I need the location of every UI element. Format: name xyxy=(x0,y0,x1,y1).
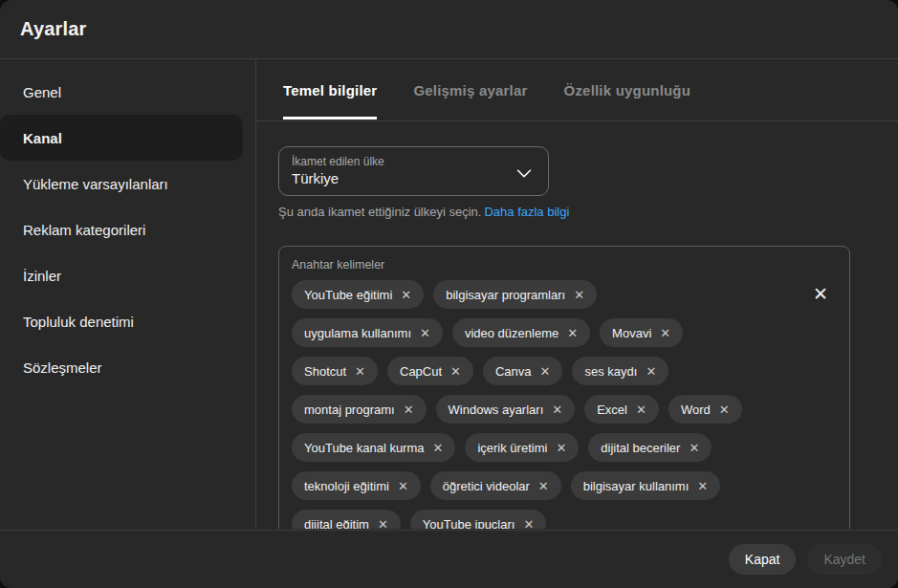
keyword-chip-label: YouTube kanal kurma xyxy=(304,441,425,455)
sidebar-item-kanal[interactable]: Kanal xyxy=(0,115,243,161)
keyword-row: dijital eğitim✕YouTube ipuçları✕ xyxy=(292,510,837,529)
remove-keyword-icon[interactable]: ✕ xyxy=(660,327,670,339)
sidebar-item-label: Sözleşmeler xyxy=(23,359,102,376)
keyword-chip[interactable]: Canva✕ xyxy=(483,357,562,385)
keyword-chip-label: dijital beceriler xyxy=(601,441,680,455)
country-select-value: Türkiye xyxy=(292,168,510,189)
learn-more-link[interactable]: Daha fazla bilgi xyxy=(484,205,569,219)
keyword-chip-label: YouTube eğitimi xyxy=(304,288,392,302)
settings-dialog: Ayarlar GenelKanalYükleme varsayılanları… xyxy=(0,0,898,588)
keyword-row: montaj programı✕Windows ayarları✕Excel✕W… xyxy=(292,395,837,424)
sidebar-list: GenelKanalYükleme varsayılanlarıReklam k… xyxy=(0,69,255,390)
keyword-chip[interactable]: Excel✕ xyxy=(584,395,659,424)
main-panel: Temel bilgilerGelişmiş ayarlarÖzellik uy… xyxy=(256,59,898,529)
keyword-chip-label: içerik üretimi xyxy=(477,441,547,455)
keyword-chip[interactable]: CapCut✕ xyxy=(387,357,473,385)
keyword-chip[interactable]: Shotcut✕ xyxy=(292,357,378,385)
keyword-chip-label: bilgisayar programları xyxy=(446,288,565,302)
sidebar-item-label: Reklam kategorileri xyxy=(23,222,145,238)
keyword-row: uygulama kullanımı✕video düzenleme✕Movav… xyxy=(292,318,837,347)
keyword-chip[interactable]: dijital beceriler✕ xyxy=(588,433,712,462)
tab-label: Temel bilgiler xyxy=(283,82,377,98)
remove-keyword-icon[interactable]: ✕ xyxy=(556,442,566,454)
keyword-chip[interactable]: video düzenleme✕ xyxy=(452,318,590,347)
remove-keyword-icon[interactable]: ✕ xyxy=(697,480,708,492)
keyword-chip[interactable]: Word✕ xyxy=(668,395,742,424)
remove-keyword-icon[interactable]: ✕ xyxy=(401,289,411,301)
keyword-chip[interactable]: bilgisayar programları✕ xyxy=(433,280,597,309)
keyword-chip-label: öğretici videolar xyxy=(443,479,530,493)
keyword-chip-label: CapCut xyxy=(400,364,442,379)
keyword-chip[interactable]: uygulama kullanımı✕ xyxy=(292,318,443,347)
tab-label: Gelişmiş ayarlar xyxy=(413,82,527,98)
sidebar-item-topluluk-denetimi[interactable]: Topluluk denetimi xyxy=(0,298,243,344)
dialog-body: GenelKanalYükleme varsayılanlarıReklam k… xyxy=(0,59,898,529)
remove-keyword-icon[interactable]: ✕ xyxy=(420,327,430,339)
keyword-chip-label: Canva xyxy=(495,364,532,379)
keyword-chip-label: video düzenleme xyxy=(465,326,559,340)
keyword-chip-label: Movavi xyxy=(612,326,651,340)
sidebar-item-yükleme-varsayılanları[interactable]: Yükleme varsayılanları xyxy=(0,161,243,207)
tab-özellik-uygunluğu[interactable]: Özellik uygunluğu xyxy=(564,59,691,120)
remove-keyword-icon[interactable]: ✕ xyxy=(398,480,408,492)
remove-keyword-icon[interactable]: ✕ xyxy=(719,403,730,416)
keywords-field[interactable]: Anahtar kelimeler YouTube eğitimi✕bilgis… xyxy=(278,246,850,529)
save-button[interactable]: Kaydet xyxy=(807,544,882,575)
remove-keyword-icon[interactable]: ✕ xyxy=(574,289,584,301)
keyword-chip-label: dijital eğitim xyxy=(304,517,369,530)
remove-keyword-icon[interactable]: ✕ xyxy=(646,365,656,378)
keyword-chip[interactable]: teknoloji eğitimi✕ xyxy=(292,471,421,500)
keyword-chip-label: Word xyxy=(681,403,711,417)
sidebar-item-label: Yükleme varsayılanları xyxy=(23,176,168,192)
keyword-chip-label: uygulama kullanımı xyxy=(304,326,411,340)
clear-keywords-icon[interactable]: ✕ xyxy=(813,285,828,303)
keyword-chip[interactable]: montaj programı✕ xyxy=(292,395,427,424)
dialog-footer: Kapat Kaydet xyxy=(0,530,898,588)
sidebar-item-label: Topluluk denetimi xyxy=(23,314,134,330)
keyword-chip[interactable]: öğretici videolar✕ xyxy=(430,471,561,500)
helper-text: Şu anda ikamet ettiğiniz ülkeyi seçin. xyxy=(278,205,481,219)
sidebar-item-label: Genel xyxy=(23,84,61,100)
sidebar-item-sözleşmeler[interactable]: Sözleşmeler xyxy=(0,344,243,390)
close-button[interactable]: Kapat xyxy=(729,544,797,575)
keyword-row: teknoloji eğitimi✕öğretici videolar✕bilg… xyxy=(292,471,837,500)
sidebar-item-reklam-kategorileri[interactable]: Reklam kategorileri xyxy=(0,207,243,252)
keyword-chip[interactable]: ses kaydı✕ xyxy=(572,357,668,385)
tab-content: İkamet edilen ülke Türkiye Şu anda ikame… xyxy=(256,121,898,529)
remove-keyword-icon[interactable]: ✕ xyxy=(567,327,578,339)
remove-keyword-icon[interactable]: ✕ xyxy=(552,403,562,416)
tab-temel-bilgiler[interactable]: Temel bilgiler xyxy=(283,59,377,120)
remove-keyword-icon[interactable]: ✕ xyxy=(636,403,646,416)
country-select[interactable]: İkamet edilen ülke Türkiye xyxy=(278,146,549,196)
keyword-chip[interactable]: Movavi✕ xyxy=(600,318,683,347)
keyword-chip-label: bilgisayar kullanımı xyxy=(583,479,690,493)
remove-keyword-icon[interactable]: ✕ xyxy=(523,518,534,530)
sidebar-item-label: İzinler xyxy=(23,268,61,284)
keyword-chip[interactable]: bilgisayar kullanımı✕ xyxy=(571,471,720,500)
sidebar-item-i̇zinler[interactable]: İzinler xyxy=(0,252,243,298)
keyword-chip[interactable]: Windows ayarları✕ xyxy=(436,395,576,424)
keyword-chip-label: montaj programı xyxy=(304,403,395,417)
sidebar-item-genel[interactable]: Genel xyxy=(0,69,243,115)
remove-keyword-icon[interactable]: ✕ xyxy=(378,518,388,530)
remove-keyword-icon[interactable]: ✕ xyxy=(538,480,549,492)
sidebar-item-label: Kanal xyxy=(23,130,62,146)
keyword-chip-label: YouTube ipuçları xyxy=(423,517,515,530)
page-title: Ayarlar xyxy=(20,18,87,40)
remove-keyword-icon[interactable]: ✕ xyxy=(433,442,444,454)
remove-keyword-icon[interactable]: ✕ xyxy=(404,403,414,416)
keyword-chip-label: Shotcut xyxy=(304,364,346,379)
tab-gelişmiş-ayarlar[interactable]: Gelişmiş ayarlar xyxy=(413,59,527,120)
remove-keyword-icon[interactable]: ✕ xyxy=(450,365,461,378)
keyword-chip[interactable]: içerik üretimi✕ xyxy=(465,433,579,462)
keyword-chip[interactable]: YouTube eğitimi✕ xyxy=(292,280,424,309)
keyword-chip[interactable]: YouTube kanal kurma✕ xyxy=(292,433,455,462)
keyword-chip[interactable]: YouTube ipuçları✕ xyxy=(410,510,547,529)
remove-keyword-icon[interactable]: ✕ xyxy=(540,365,551,378)
remove-keyword-icon[interactable]: ✕ xyxy=(355,365,365,378)
keyword-rows: YouTube eğitimi✕bilgisayar programları✕u… xyxy=(292,280,837,529)
keyword-chip[interactable]: dijital eğitim✕ xyxy=(292,510,401,529)
keyword-chip-label: teknoloji eğitimi xyxy=(304,479,389,493)
remove-keyword-icon[interactable]: ✕ xyxy=(689,442,699,454)
country-helper-text: Şu anda ikamet ettiğiniz ülkeyi seçin.Da… xyxy=(278,205,898,219)
